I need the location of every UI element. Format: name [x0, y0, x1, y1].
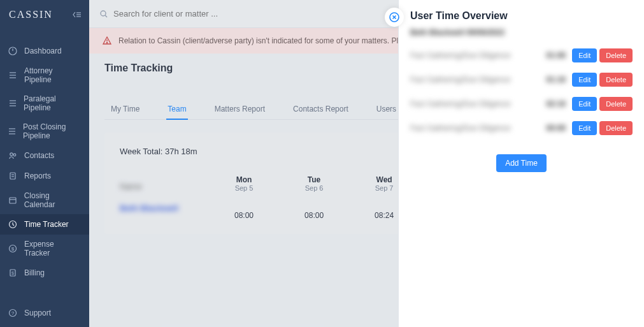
svg-line-28 [105, 15, 107, 17]
svg-point-14 [13, 154, 16, 156]
svg-point-27 [101, 11, 106, 16]
add-time-button[interactable]: Add Time [496, 154, 547, 172]
tab-my-time[interactable]: My Time [110, 99, 141, 119]
sidebar-item-contacts[interactable]: Contacts [0, 145, 89, 166]
warning-icon [102, 36, 112, 46]
date-label: Sep 6 [304, 184, 324, 192]
day-label: Wed [375, 175, 394, 184]
entry-time: 01:10 [531, 75, 566, 84]
sidebar-item-attorney-pipeline[interactable]: Attorney Pipeline [0, 61, 89, 89]
sidebar-item-label: Attorney Pipeline [24, 66, 82, 84]
reports-icon [8, 171, 18, 181]
sidebar-item-label: Billing [24, 268, 45, 277]
delete-button[interactable]: Delete [599, 97, 633, 111]
svg-text:$: $ [11, 246, 15, 252]
warning-text: Relation to Cassin (client/adverse party… [118, 36, 447, 45]
sidebar-item-label: Dashboard [24, 47, 62, 55]
sidebar: CASSIN Dashboard Attorney Pipeline Paral… [0, 0, 89, 327]
clock-icon [8, 219, 18, 229]
sidebar-item-reports[interactable]: Reports [0, 166, 89, 186]
time-entry: Fact Gathering/Due Diligence 02:10 Edit … [410, 97, 633, 111]
entry-desc: Fact Gathering/Due Diligence [410, 75, 531, 84]
delete-button[interactable]: Delete [599, 73, 633, 87]
svg-point-33 [106, 42, 107, 43]
edit-button[interactable]: Edit [572, 48, 597, 62]
brand-row: CASSIN [0, 0, 89, 29]
time-cell: 08:00 [234, 211, 254, 220]
sidebar-item-label: Reports [24, 171, 51, 180]
sidebar-item-closing-calendar[interactable]: Closing Calendar [0, 186, 89, 214]
edit-button[interactable]: Edit [572, 97, 597, 111]
list-icon [8, 70, 18, 80]
entry-time: 01:00 [531, 51, 566, 60]
sidebar-footer-label: Support [24, 309, 51, 317]
delete-button[interactable]: Delete [599, 121, 633, 135]
brand-name: CASSIN [9, 9, 53, 20]
entry-desc: Fact Gathering/Due Diligence [410, 124, 531, 133]
sidebar-item-time-tracker[interactable]: Time Tracker [0, 214, 89, 235]
table-name-column: Name Beth Blackwell [120, 175, 234, 220]
sidebar-item-label: Paralegal Pipeline [24, 94, 82, 112]
name-header: Name [120, 182, 142, 191]
sidebar-item-billing[interactable]: $ Billing [0, 263, 89, 283]
entry-time: 02:10 [531, 99, 566, 108]
svg-text:?: ? [11, 310, 15, 316]
tab-matters-report[interactable]: Matters Report [213, 99, 266, 119]
search-input[interactable] [113, 9, 279, 18]
day-label: Mon [234, 175, 254, 184]
time-entry: Fact Gathering/Due Diligence 01:10 Edit … [410, 73, 633, 87]
sidebar-item-label: Post Closing Pipeline [23, 122, 82, 140]
time-entry: Fact Gathering/Due Diligence 00:00 Edit … [410, 121, 633, 135]
entry-time: 00:00 [531, 124, 566, 133]
sidebar-item-label: Contacts [24, 151, 54, 160]
date-label: Sep 5 [234, 184, 254, 192]
drawer-user-time-overview: User Time Overview Beth Blackwell 09/06/… [398, 0, 644, 327]
calendar-icon [8, 195, 18, 205]
svg-text:$: $ [11, 271, 14, 275]
delete-button[interactable]: Delete [599, 48, 633, 62]
drawer-title: User Time Overview [410, 10, 633, 22]
dollar-icon: $ [8, 243, 18, 254]
svg-rect-15 [10, 173, 15, 179]
time-cell: 08:00 [304, 211, 324, 220]
sidebar-item-label: Closing Calendar [24, 191, 82, 209]
drawer-subtitle: Beth Blackwell 09/06/2022 [410, 28, 633, 37]
contacts-icon [8, 150, 18, 161]
list-icon [8, 98, 17, 108]
entry-desc: Fact Gathering/Due Diligence [410, 51, 531, 60]
tab-contacts-report[interactable]: Contacts Report [292, 99, 350, 119]
svg-point-13 [10, 153, 13, 156]
sidebar-item-label: Expense Tracker [24, 240, 82, 258]
search-icon [99, 10, 108, 18]
date-label: Sep 7 [375, 184, 394, 192]
table-col-tue: Tue Sep 6 08:00 [304, 175, 324, 220]
help-icon: ? [8, 308, 18, 318]
time-cell: 08:24 [375, 211, 394, 220]
sidebar-item-dashboard[interactable]: Dashboard [0, 41, 89, 61]
sidebar-collapse-icon[interactable] [73, 11, 82, 18]
table-row-name[interactable]: Beth Blackwell [120, 203, 178, 213]
svg-rect-18 [10, 198, 16, 203]
table-col-mon: Mon Sep 5 08:00 [234, 175, 254, 220]
list-icon [8, 126, 17, 136]
nav: Dashboard Attorney Pipeline Paralegal Pi… [0, 41, 89, 302]
sidebar-item-paralegal-pipeline[interactable]: Paralegal Pipeline [0, 89, 89, 117]
drawer-close-button[interactable] [385, 8, 404, 27]
tab-team[interactable]: Team [166, 99, 187, 120]
sidebar-item-support[interactable]: ? Support [0, 302, 89, 327]
sidebar-item-post-closing-pipeline[interactable]: Post Closing Pipeline [0, 117, 89, 145]
sidebar-item-label: Time Tracker [24, 220, 69, 229]
time-entry: Fact Gathering/Due Diligence 01:00 Edit … [410, 48, 633, 62]
add-time-wrap: Add Time [410, 154, 633, 172]
dashboard-icon [8, 46, 18, 56]
table-col-wed: Wed Sep 7 08:24 [375, 175, 394, 220]
sidebar-item-expense-tracker[interactable]: $ Expense Tracker [0, 235, 89, 263]
entry-desc: Fact Gathering/Due Diligence [410, 99, 531, 108]
edit-button[interactable]: Edit [572, 73, 597, 87]
edit-button[interactable]: Edit [572, 121, 597, 135]
billing-icon: $ [8, 268, 18, 278]
day-label: Tue [304, 175, 324, 184]
